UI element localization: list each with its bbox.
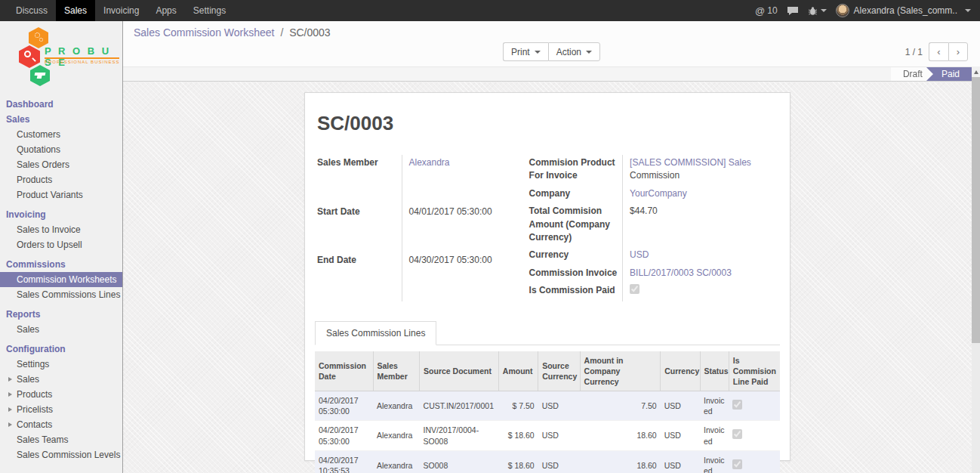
menu-apps[interactable]: Apps: [147, 0, 184, 21]
cell-member[interactable]: Alexandra: [373, 421, 420, 450]
tab-sales-commission-lines[interactable]: Sales Commission Lines: [315, 321, 436, 345]
line-paid-checkbox[interactable]: [732, 459, 742, 469]
breadcrumb-parent[interactable]: Sales Commission Worksheet: [134, 26, 274, 39]
col-is-commission-line-paid[interactable]: Is Commision Line Paid: [729, 351, 780, 391]
pager-next-button[interactable]: ›: [948, 42, 968, 61]
cell-date[interactable]: 04/20/2017 05:30:00: [315, 421, 373, 450]
sidebar-section-reports[interactable]: Reports: [0, 307, 122, 322]
control-panel: Sales Commission Worksheet / SC/0003 Pri…: [123, 21, 980, 66]
col-source-currency[interactable]: Source Currency: [538, 351, 580, 391]
user-menu[interactable]: Alexandra (Sales_comm..: [836, 4, 971, 17]
cell-date[interactable]: 04/20/2017 05:30:00: [315, 391, 373, 421]
cell-status[interactable]: Invoiced: [700, 450, 729, 473]
sidebar-item-settings[interactable]: Settings: [0, 357, 122, 372]
cell-source[interactable]: CUST.IN/2017/0001: [420, 391, 499, 421]
chat-icon[interactable]: [787, 6, 799, 16]
table-row[interactable]: 04/20/2017 05:30:00 Alexandra CUST.IN/20…: [315, 391, 780, 421]
scrollbar-thumb[interactable]: [972, 77, 980, 343]
col-source-document[interactable]: Source Document: [420, 351, 499, 391]
field-value-currency[interactable]: USD: [630, 249, 649, 260]
sidebar-item-products[interactable]: Products: [0, 172, 122, 187]
col-sales-member[interactable]: Sales Member: [373, 351, 420, 391]
col-amount-company-currency[interactable]: Amount in Company Currency: [580, 351, 661, 391]
cell-amount[interactable]: $ 18.60: [498, 450, 538, 473]
cell-currency[interactable]: USD: [661, 450, 700, 473]
expand-icon: [8, 392, 12, 397]
cell-status[interactable]: Invoiced: [700, 421, 729, 450]
cell-source-currency[interactable]: USD: [538, 450, 580, 473]
cell-company-amount[interactable]: 7.50: [580, 391, 661, 421]
sidebar-item-commission-worksheets[interactable]: Commission Worksheets: [0, 272, 122, 287]
action-button[interactable]: Action: [548, 42, 600, 61]
sidebar-item-sales-teams[interactable]: Sales Teams: [0, 432, 122, 447]
sidebar-item-dashboard[interactable]: Dashboard: [0, 97, 122, 112]
cell-line-paid: [729, 421, 780, 450]
menu-discuss[interactable]: Discuss: [8, 0, 56, 21]
sidebar-item-product-variants[interactable]: Product Variants: [0, 187, 122, 202]
cell-member[interactable]: Alexandra: [373, 391, 420, 421]
sidebar-section-commissions[interactable]: Commissions: [0, 257, 122, 272]
table-row[interactable]: 04/20/2017 05:30:00 Alexandra INV/2017/0…: [315, 421, 780, 450]
sidebar-item-quotations[interactable]: Quotations: [0, 142, 122, 157]
menu-settings[interactable]: Settings: [185, 0, 234, 21]
col-status[interactable]: Status: [700, 351, 729, 391]
sidebar-item-config-sales[interactable]: Sales: [0, 372, 122, 387]
cell-source-currency[interactable]: USD: [538, 391, 580, 421]
app-window: Discuss Sales Invoicing Apps Settings @ …: [0, 0, 980, 473]
sidebar-section-sales[interactable]: Sales: [0, 112, 122, 127]
sidebar-item-sales-commission-levels[interactable]: Sales Commission Levels: [0, 447, 122, 462]
sidebar-item-reports-sales[interactable]: Sales: [0, 322, 122, 337]
col-currency[interactable]: Currency: [661, 351, 700, 391]
table-row[interactable]: 04/20/2017 10:35:53 Alexandra SO008 $ 18…: [315, 450, 780, 473]
cell-date[interactable]: 04/20/2017 10:35:53: [315, 450, 373, 473]
cell-currency[interactable]: USD: [661, 391, 700, 421]
line-paid-checkbox[interactable]: [732, 400, 742, 410]
vertical-scrollbar[interactable]: [972, 66, 980, 473]
sidebar-item-sales-commissions-lines[interactable]: Sales Commissions Lines: [0, 287, 122, 302]
sidebar-section-configuration[interactable]: Configuration: [0, 342, 122, 357]
is-commission-paid-checkbox[interactable]: [630, 284, 639, 294]
sidebar-item-sales-to-invoice[interactable]: Sales to Invoice: [0, 222, 122, 237]
cell-currency[interactable]: USD: [661, 421, 700, 450]
field-value-company[interactable]: YourCompany: [630, 188, 687, 199]
cell-status[interactable]: Invoiced: [700, 391, 729, 421]
col-commission-date[interactable]: Commission Date: [315, 351, 373, 391]
field-label-commission-product: Commision Product For Invoice: [529, 155, 623, 186]
sidebar-item-orders-to-upsell[interactable]: Orders to Upsell: [0, 237, 122, 252]
mention-count: 10: [767, 5, 777, 16]
logo-hexagon-green: [30, 65, 50, 86]
field-value-commission-invoice[interactable]: BILL/2017/0003 SC/0003: [630, 267, 732, 278]
expand-icon: [8, 377, 12, 382]
sidebar-section-invoicing[interactable]: Invoicing: [0, 207, 122, 222]
cell-source[interactable]: INV/2017/0004-SO008: [420, 421, 499, 450]
cell-amount[interactable]: $ 7.50: [498, 391, 538, 421]
sidebar-item-sales-orders[interactable]: Sales Orders: [0, 157, 122, 172]
cell-company-amount[interactable]: 18.60: [580, 421, 661, 450]
commission-lines-table: Commission Date Sales Member Source Docu…: [315, 351, 780, 473]
chevron-down-icon: [586, 51, 592, 54]
cell-source[interactable]: SO008: [420, 450, 499, 473]
sidebar-item-config-products[interactable]: Products: [0, 387, 122, 402]
print-button[interactable]: Print: [503, 42, 548, 61]
cell-company-amount[interactable]: 18.60: [580, 450, 661, 473]
pager-previous-button[interactable]: ‹: [929, 42, 948, 61]
cell-source-currency[interactable]: USD: [538, 421, 580, 450]
menu-invoicing[interactable]: Invoicing: [95, 0, 147, 21]
col-amount[interactable]: Amount: [498, 351, 538, 391]
sidebar-item-config-contacts[interactable]: Contacts: [0, 417, 122, 432]
scroll-up-button[interactable]: [972, 66, 980, 77]
mention-counter[interactable]: @ 10: [755, 5, 778, 17]
sidebar-item-customers[interactable]: Customers: [0, 127, 122, 142]
chevron-down-icon: [821, 9, 827, 12]
cell-member[interactable]: Alexandra: [373, 450, 420, 473]
status-draft[interactable]: Draft: [891, 67, 933, 81]
sidebar: P R O B U S E PROFESSIONAL BUSINESS Dash…: [0, 21, 123, 473]
field-value-sales-member[interactable]: Alexandra: [409, 157, 450, 168]
cell-amount[interactable]: $ 18.60: [498, 421, 538, 450]
line-paid-checkbox[interactable]: [732, 429, 742, 439]
debug-icon[interactable]: [808, 6, 827, 16]
sidebar-item-config-pricelists[interactable]: Pricelists: [0, 402, 122, 417]
field-value-commission-product[interactable]: [SALES COMMISSION] Sales: [630, 157, 751, 168]
status-paid-badge: Paid: [926, 67, 972, 81]
menu-sales[interactable]: Sales: [56, 0, 95, 21]
